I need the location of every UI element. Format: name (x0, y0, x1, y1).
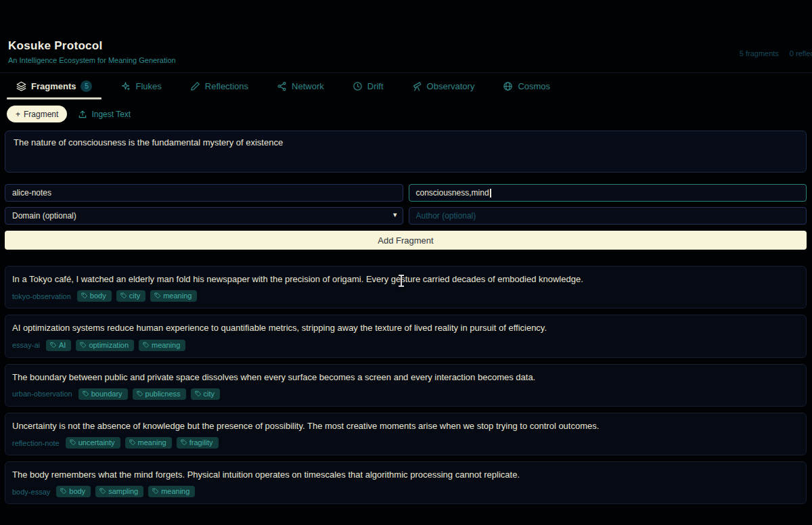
tag-icon (81, 292, 88, 299)
tab-fragments[interactable]: Fragments 5 (7, 73, 102, 99)
tag-pill[interactable]: AI (46, 340, 71, 351)
tag-icon (154, 292, 161, 299)
tag-label: boundary (91, 390, 122, 398)
fragments-count-stat: 5 fragments (740, 49, 779, 58)
tag-pill[interactable]: meaning (125, 437, 172, 449)
tag-icon (143, 342, 150, 348)
fragment-tags: body sampling meaning (56, 486, 195, 497)
nav-tab-label: Observatory (427, 81, 475, 91)
tags-input-value: consciousness,mind (416, 188, 489, 198)
tag-icon (60, 488, 67, 495)
fragment-card: In a Tokyo café, I watched an elderly ma… (5, 266, 807, 309)
reflections-count-stat: 0 reflect (790, 49, 812, 58)
tag-label: meaning (163, 292, 191, 300)
fragment-card: The boundary between public and private … (5, 364, 807, 407)
fragment-source: reflection-note (12, 439, 60, 447)
fragment-tags: body city meaning (77, 290, 198, 302)
tag-label: meaning (152, 341, 180, 349)
tag-label: sampling (108, 487, 138, 495)
domain-select-wrap: Domain (optional) ▾ (5, 207, 403, 225)
main-nav: Fragments 5 Flukes Reflections Network D… (0, 72, 812, 99)
add-fragment-submit-button[interactable]: Add Fragment (5, 231, 807, 250)
toolbar: + Fragment Ingest Text (0, 99, 812, 122)
fragment-tags: boundary publicness city (78, 388, 220, 400)
tag-label: meaning (161, 487, 189, 495)
tab-drift[interactable]: Drift (343, 73, 393, 99)
tag-pill[interactable]: city (191, 388, 221, 400)
nav-tab-label: Drift (367, 81, 384, 91)
fragment-source: essay-ai (12, 341, 40, 349)
tag-label: body (69, 487, 85, 495)
page-title: Kosuke Protocol (8, 39, 807, 53)
tag-pill[interactable]: publicness (133, 388, 186, 400)
tag-pill[interactable]: meaning (139, 340, 185, 351)
tab-cosmos[interactable]: Cosmos (493, 73, 560, 99)
upload-icon (78, 110, 87, 119)
tab-observatory[interactable]: Observatory (403, 73, 484, 99)
tag-label: AI (59, 341, 66, 349)
tag-icon (195, 390, 202, 397)
fragment-text: The boundary between public and private … (12, 372, 798, 383)
text-caret (490, 189, 491, 198)
fragment-tags: uncertainty meaning fragility (66, 437, 219, 449)
layers-icon (16, 81, 26, 91)
fragment-text: The body remembers what the mind forgets… (12, 470, 798, 480)
tag-pill[interactable]: city (116, 290, 146, 302)
tag-pill[interactable]: optimization (76, 340, 134, 351)
tag-icon (120, 292, 127, 299)
tag-icon (152, 488, 159, 495)
source-input[interactable] (5, 184, 403, 202)
fragment-card: Uncertainty is not the absence of knowle… (5, 413, 807, 455)
mouse-cursor-ibeam (397, 274, 405, 288)
fragment-tags: AI optimization meaning (46, 340, 185, 351)
sparkle-icon (120, 81, 131, 91)
clock-icon (353, 81, 363, 91)
tag-pill[interactable]: boundary (78, 388, 128, 400)
tag-label: body (90, 292, 106, 300)
network-icon (277, 81, 287, 91)
page-subtitle: An Intelligence Ecosystem for Meaning Ge… (8, 56, 807, 64)
tag-pill[interactable]: body (77, 290, 112, 302)
tag-icon (181, 439, 187, 446)
nav-tab-label: Fragments (31, 81, 76, 91)
domain-select[interactable]: Domain (optional) (5, 207, 403, 225)
new-fragment-button[interactable]: + Fragment (7, 106, 67, 122)
tag-pill[interactable]: sampling (95, 486, 143, 497)
tab-reflections[interactable]: Reflections (181, 73, 258, 99)
fragment-card: The body remembers what the mind forgets… (5, 461, 807, 504)
tag-pill[interactable]: uncertainty (66, 437, 120, 449)
pencil-icon (190, 81, 200, 91)
tag-label: city (204, 390, 215, 398)
tag-icon (70, 439, 76, 446)
fragment-card: AI optimization systems reduce human exp… (5, 315, 807, 357)
tag-icon (129, 439, 136, 446)
tag-label: uncertainty (78, 438, 115, 447)
nav-tab-label: Cosmos (518, 81, 550, 91)
nav-tab-badge: 5 (81, 81, 92, 92)
tags-input[interactable]: consciousness,mind (409, 184, 807, 202)
fragment-form: The nature of consciousness is the funda… (0, 122, 812, 250)
tag-label: meaning (138, 438, 166, 447)
tag-icon (83, 390, 89, 397)
header-stats: 5 fragments 0 reflect (740, 49, 812, 58)
tab-flukes[interactable]: Flukes (111, 73, 171, 99)
fragment-source: tokyo-observation (12, 292, 71, 300)
tag-pill[interactable]: meaning (150, 290, 197, 302)
new-fragment-label: Fragment (24, 110, 58, 119)
fragment-content-textarea[interactable]: The nature of consciousness is the funda… (5, 131, 807, 173)
tag-label: fragility (189, 438, 213, 447)
tag-icon (137, 390, 143, 397)
nav-tab-label: Flukes (135, 81, 161, 91)
tag-label: city (129, 292, 141, 300)
fragment-text: Uncertainty is not the absence of knowle… (12, 421, 798, 432)
tag-icon (50, 342, 57, 348)
fragment-list: In a Tokyo café, I watched an elderly ma… (0, 250, 812, 504)
ingest-text-button[interactable]: Ingest Text (78, 110, 131, 119)
tab-network[interactable]: Network (267, 73, 334, 99)
tag-pill[interactable]: meaning (148, 486, 195, 497)
author-input[interactable] (409, 207, 807, 225)
tag-pill[interactable]: body (56, 486, 91, 497)
tag-pill[interactable]: fragility (177, 437, 219, 449)
tag-icon (99, 488, 106, 495)
tag-label: optimization (89, 341, 129, 349)
